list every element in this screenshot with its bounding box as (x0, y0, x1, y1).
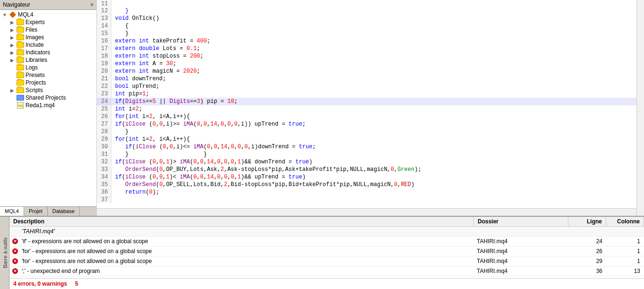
line-number: 28 (97, 128, 111, 136)
tools-label: Barre à outils (1, 236, 9, 270)
line-code: if(iClose (0,0,i)<= iMA(0,0,14,0,0,0,i)d… (111, 143, 636, 151)
tab-projet[interactable]: Projet (24, 207, 48, 216)
error-dossier-4: TAHIRI.mq4 (474, 266, 568, 276)
table-row: 23 int pip=1; (97, 90, 636, 98)
line-number: 20 (97, 68, 111, 75)
table-row: 28 } (97, 128, 636, 136)
line-number: 16 (97, 37, 111, 45)
error-count-badge: 5 (75, 280, 78, 287)
navigator-close-button[interactable]: × (90, 1, 94, 8)
tree-label-libraries: Libraries (26, 57, 47, 63)
expand-icon-scripts: ▶ (9, 88, 16, 93)
horizontal-scrollbar[interactable] (97, 208, 636, 216)
col-dossier: Dossier (474, 217, 568, 226)
line-code: extern double Lots = 0.1; (111, 45, 636, 52)
tree-item-experts[interactable]: ▶ Experts (0, 18, 96, 26)
table-row: 35 OrderSend(0,OP_SELL,Lots,Bid,2,Bid-st… (97, 181, 636, 188)
expand-icon-include: ▶ (9, 42, 16, 48)
tree-label-experts: Experts (26, 19, 45, 26)
tree-item-shared-projects[interactable]: Shared Projects (0, 94, 96, 102)
col-ligne: Ligne (568, 217, 606, 226)
tree-item-indicators[interactable]: ▶ Indicators (0, 49, 96, 56)
error-colonne-1: 1 (606, 237, 644, 246)
error-colonne-4: 13 (606, 266, 644, 276)
tree-item-reda1[interactable]: mq Reda1.mq4 (0, 102, 96, 109)
tree-item-mql4[interactable]: ▼ MQL4 (0, 11, 96, 18)
tab-database[interactable]: Database (48, 207, 80, 216)
error-icon-3: ✕ (9, 258, 19, 264)
line-code: extern int magicN = 2020; (111, 68, 636, 75)
tree-label-scripts: Scripts (26, 87, 43, 94)
folder-icon-libraries (16, 57, 25, 63)
tree-item-projects[interactable]: Projects (0, 79, 96, 86)
tree-item-logs[interactable]: Logs (0, 64, 96, 71)
table-row: 33 OrderSend(0,OP_BUY,Lots,Ask,2,Ask-sto… (97, 166, 636, 173)
line-code: { (111, 22, 636, 30)
error-desc-4: ';' - unexpected end of program (19, 266, 474, 276)
table-row: 15 } (97, 30, 636, 37)
table-row: 31 } } (97, 151, 636, 158)
expand-icon-mql4: ▼ (1, 12, 9, 17)
tree-item-files[interactable]: ▶ Files (0, 26, 96, 34)
table-row: 29 for(int i=2, i<A,i++){ (97, 136, 636, 143)
line-code (111, 0, 636, 7)
line-code: for(int i=2, i<A,i++){ (111, 136, 636, 143)
folder-icon-logs (16, 64, 25, 71)
table-row: 36 return(0); (97, 188, 636, 196)
line-code: OrderSend(0,OP_SELL,Lots,Bid,2,Bid-stopL… (111, 181, 636, 188)
error-circle: ✕ (12, 258, 18, 264)
navigator-tabs: MQL4 Projet Database (0, 206, 96, 216)
table-row: 11 (97, 0, 636, 7)
navigator-header: Navigateur × (0, 0, 96, 10)
error-ligne-2: 26 (568, 246, 606, 256)
tree-label-presets: Presets (26, 72, 45, 78)
navigator-title: Navigateur (3, 1, 30, 8)
line-number: 22 (97, 83, 111, 90)
tree-item-images[interactable]: ▶ Images (0, 34, 96, 41)
line-number: 14 (97, 22, 111, 30)
line-code: bool upTrend; (111, 83, 636, 90)
line-code: extern int stopLoss = 200; (111, 52, 636, 60)
list-item: ✕ 'if' - expressions are not allowed on … (9, 237, 644, 246)
line-number: 24 (97, 98, 111, 105)
line-number: 37 (97, 196, 111, 203)
line-number: 30 (97, 143, 111, 151)
navigator-tree: ▼ MQL4 ▶ Experts ▶ Files ▶ Images (0, 10, 96, 206)
group-ligne (568, 230, 606, 233)
table-row: 12 } (97, 7, 636, 15)
table-row: 34 if(iClose (0,0,1)< iMA(0,0,14,0,0,0,1… (97, 173, 636, 181)
error-ligne-3: 29 (568, 256, 606, 266)
expand-icon-images: ▶ (9, 35, 16, 40)
line-number: 27 (97, 120, 111, 128)
line-code: int i=2; (111, 105, 636, 113)
table-row: 21 bool downTrend; (97, 75, 636, 83)
shared-icon (16, 94, 25, 101)
tree-label-indicators: Indicators (26, 49, 50, 56)
diamond-icon-mql4 (9, 11, 17, 18)
error-ligne-4: 36 (568, 266, 606, 276)
line-code: if(iClose (0,0,i)>= iMA(0,0,14,0,0,0,i))… (111, 120, 636, 128)
errors-summary: 4 errors, 0 warnings (13, 280, 67, 287)
tree-item-scripts[interactable]: ▶ Scripts (0, 86, 96, 94)
tree-item-include[interactable]: ▶ Include (0, 41, 96, 49)
line-code: } (111, 128, 636, 136)
tree-label-include: Include (26, 42, 44, 48)
tree-label-projects: Projects (26, 79, 46, 86)
error-dossier-1: TAHIRI.mq4 (474, 237, 568, 246)
line-code: extern int takeProfit = 400; (111, 37, 636, 45)
line-number: 26 (97, 113, 111, 120)
folder-icon-projects (16, 79, 25, 86)
code-content[interactable]: 11 12 } 13 void OnTick() 14 { (97, 0, 636, 208)
right-scrollbar[interactable] (636, 0, 644, 216)
tools-strip: Barre à outils (0, 217, 9, 289)
line-code: } (111, 30, 636, 37)
errors-header: Description Dossier Ligne Colonne (9, 217, 644, 227)
table-row: 18 extern int stopLoss = 200; (97, 52, 636, 60)
folder-icon-scripts (16, 87, 25, 94)
error-dossier-3: TAHIRI.mq4 (474, 256, 568, 266)
tree-item-libraries[interactable]: ▶ Libraries (0, 56, 96, 64)
error-desc-1: 'if' - expressions are not allowed on a … (19, 237, 474, 246)
tab-mql4[interactable]: MQL4 (0, 207, 24, 216)
tree-item-presets[interactable]: Presets (0, 71, 96, 79)
table-row: 20 extern int magicN = 2020; (97, 68, 636, 75)
